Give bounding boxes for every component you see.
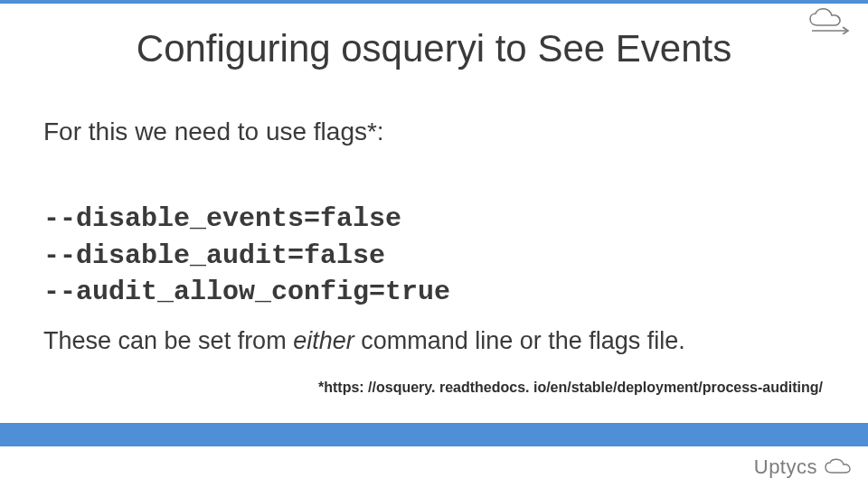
footnote-url: *https: //osquery. readthedocs. io/en/st…	[0, 380, 850, 396]
slide: Configuring osqueryi to See Events For t…	[0, 0, 868, 488]
bottom-accent-bar	[0, 423, 868, 446]
brand-logo: Uptycs	[754, 455, 854, 479]
outro-post: command line or the flags file.	[354, 327, 685, 354]
brand-text: Uptycs	[754, 455, 817, 479]
cloud-icon	[823, 458, 854, 476]
outro-pre: These can be set from	[43, 327, 293, 354]
top-accent-bar	[0, 0, 868, 4]
outro-emphasis: either	[293, 327, 354, 354]
intro-text: For this we need to use flags*:	[43, 117, 384, 146]
flag-line: --disable_audit=false	[43, 240, 385, 271]
flag-line: --disable_events=false	[43, 203, 401, 234]
slide-title: Configuring osqueryi to See Events	[0, 27, 868, 70]
outro-text: These can be set from either command lin…	[43, 327, 685, 355]
flag-line: --audit_allow_config=true	[43, 277, 450, 307]
flags-block: --disable_events=false --disable_audit=f…	[43, 201, 450, 311]
